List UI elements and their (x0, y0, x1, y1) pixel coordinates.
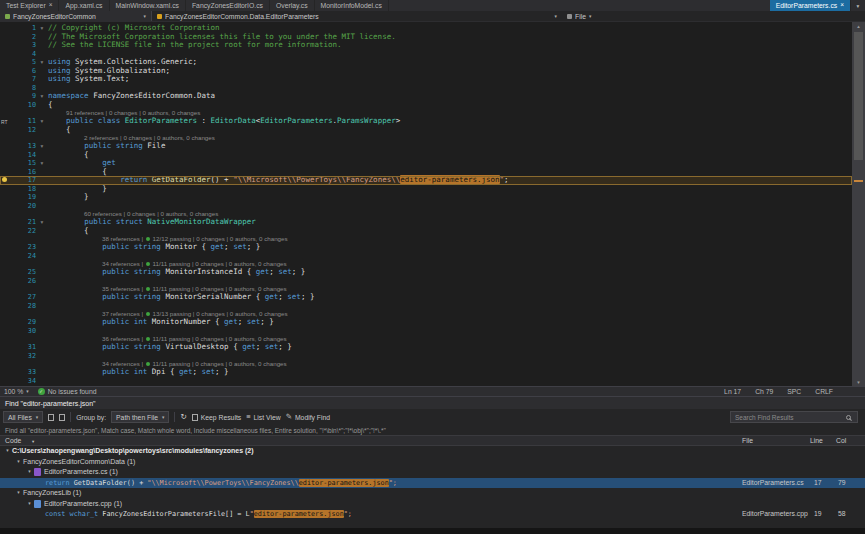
editor-tab[interactable]: MainWindow.xaml.cs (110, 0, 186, 11)
code-token: return (45, 479, 70, 487)
close-icon[interactable]: × (49, 2, 53, 9)
editor-margin (0, 109, 10, 117)
expand-arrow[interactable]: ▾ (25, 499, 34, 510)
code-line[interactable]: 27 public string MonitorSerialNumber { g… (0, 293, 852, 302)
expand-arrow[interactable]: ▾ (14, 488, 23, 499)
expand-arrow[interactable]: ▾ (25, 467, 34, 478)
caret-position-group: Ln 17 Ch 79 SPC CRLF (724, 388, 833, 395)
modify-find-button[interactable]: ✎ Modify Find (286, 413, 330, 421)
code-line[interactable]: 17 return GetDataFolder() + "\\Microsoft… (0, 176, 852, 185)
find-tree-row[interactable]: ▾EditorParameters.cpp (1) (0, 499, 865, 510)
documents-icon[interactable] (59, 414, 65, 421)
search-find-results-input[interactable]: Search Find Results (730, 411, 858, 423)
column-code[interactable]: Code (5, 437, 21, 444)
expand-arrow[interactable]: ▾ (14, 457, 23, 468)
code-line[interactable]: 30 (0, 327, 852, 336)
code-line[interactable]: 7using System.Text; (0, 75, 852, 84)
code-token: > (396, 116, 401, 125)
tab-label: MonitorInfoModel.cs (321, 2, 382, 9)
expand-arrow[interactable]: ▾ (3, 446, 12, 457)
code-line[interactable]: 25 public string MonitorInstanceId { get… (0, 268, 852, 277)
member-dropdown[interactable]: File ▾ (562, 11, 865, 21)
code-line[interactable]: 33 public int Dpi { get; set; } (0, 368, 852, 377)
column-file[interactable]: File (742, 437, 753, 444)
close-icon[interactable]: × (840, 2, 844, 9)
project-dropdown[interactable]: FancyZonesEditorCommon ▾ (0, 11, 152, 21)
fold-toggle[interactable]: ▾ (36, 58, 48, 67)
find-tree-row[interactable]: ▾FancyZonesEditorCommon\Data (1) (0, 457, 865, 468)
find-panel-title[interactable]: Find "editor-parameters.json" (0, 397, 865, 409)
type-dropdown[interactable]: FancyZonesEditorCommon.Data.EditorParame… (152, 11, 562, 21)
code-line[interactable]: 21▾ public struct NativeMonitorDataWrapp… (0, 218, 852, 227)
keep-results-label: Keep Results (201, 414, 241, 421)
issues-indicator[interactable]: ✓ No issues found (38, 388, 97, 395)
keep-results-button[interactable]: Keep Results (192, 414, 241, 421)
editor-scrollbar[interactable]: ▲ ▼ (852, 22, 865, 386)
code-line[interactable]: 14 { (0, 151, 852, 160)
editor-tab[interactable]: Overlay.cs (270, 0, 315, 11)
code-line[interactable]: 10{ (0, 101, 852, 110)
code-line[interactable]: 26 (0, 277, 852, 286)
code-line[interactable]: 3// See the LICENSE file in the project … (0, 41, 852, 50)
code-editor[interactable]: 1▾// Copyright (c) Microsoft Corporation… (0, 22, 852, 386)
lightbulb-icon[interactable] (2, 177, 7, 182)
fold-toggle (36, 377, 48, 386)
document-icon[interactable] (48, 414, 54, 421)
line-indicator[interactable]: Ln 17 (724, 388, 741, 395)
code-line[interactable]: 18 } (0, 185, 852, 194)
scroll-down-icon[interactable]: ▼ (852, 378, 865, 386)
code-line[interactable]: 22 { (0, 227, 852, 236)
fold-toggle[interactable]: ▾ (36, 142, 48, 151)
find-tree-row[interactable]: ▾C:\Users\zhaopengwang\Desktop\powertoys… (0, 446, 865, 457)
code-token: ; (269, 267, 278, 276)
tab-overflow-button[interactable]: ▾ (851, 0, 865, 11)
group-by-dropdown[interactable]: Path then File ▾ (111, 411, 169, 423)
code-line[interactable]: 32 (0, 352, 852, 361)
zoom-control[interactable]: 100 % ▾ (4, 388, 29, 395)
code-line[interactable]: 29 public int MonitorNumber { get; set; … (0, 318, 852, 327)
scroll-up-icon[interactable]: ▲ (852, 22, 865, 30)
code-token: ; (504, 175, 509, 184)
find-tree-row[interactable]: ▾FancyZonesLib (1) (0, 488, 865, 499)
fold-toggle[interactable]: ▾ (36, 218, 48, 227)
code-line[interactable]: 24 (0, 252, 852, 261)
line-ending-indicator[interactable]: CRLF (815, 388, 833, 395)
code-line[interactable]: 34 (0, 377, 852, 386)
code-line[interactable]: 9▾namespace FancyZonesEditorCommon.Data (0, 92, 852, 101)
editor-tab[interactable]: MonitorInfoModel.cs (315, 0, 389, 11)
refresh-icon[interactable]: ↻ (180, 413, 186, 421)
find-tree-row[interactable]: ▾EditorParameters.cs (1) (0, 467, 865, 478)
code-line[interactable]: RT11▾ public class EditorParameters : Ed… (0, 117, 852, 126)
code-token: get (265, 292, 279, 301)
code-line[interactable]: 23 public string Monitor { get; set; } (0, 243, 852, 252)
code-token (48, 367, 102, 376)
editor-tab[interactable]: FancyZonesEditorIO.cs (186, 0, 270, 11)
column-line[interactable]: Line (810, 437, 823, 444)
fold-toggle[interactable]: ▾ (36, 159, 48, 168)
line-number (10, 134, 36, 142)
spaces-indicator[interactable]: SPC (787, 388, 801, 395)
list-view-button[interactable]: ≡ List View (246, 413, 280, 421)
column-col[interactable]: Col (836, 437, 846, 444)
editor-tab[interactable]: App.xaml.cs (59, 0, 109, 11)
code-line[interactable]: 28 (0, 302, 852, 311)
code-line[interactable]: 31 public string VirtualDesktop { get; s… (0, 343, 852, 352)
editor-tab[interactable]: Test Explorer× (0, 0, 59, 11)
scrollbar-thumb[interactable] (854, 32, 863, 160)
chevron-down-icon[interactable]: ▾ (32, 439, 34, 444)
fold-toggle[interactable]: ▾ (36, 24, 48, 33)
fold-column (36, 210, 48, 218)
fold-toggle[interactable]: ▾ (36, 117, 48, 126)
code-line[interactable]: 12 { (0, 126, 852, 135)
fold-toggle[interactable]: ▾ (36, 92, 48, 101)
column-indicator[interactable]: Ch 79 (755, 388, 773, 395)
code-line[interactable]: 13▾ public string File (0, 142, 852, 151)
scope-dropdown[interactable]: All Files ▾ (3, 411, 43, 423)
find-result-row[interactable]: const wchar_t FancyZonesEditorParameters… (0, 509, 865, 520)
code-line[interactable]: 20 (0, 202, 852, 211)
code-line[interactable]: 19 } (0, 193, 852, 202)
find-results-panel: Find "editor-parameters.json" All Files … (0, 396, 865, 534)
find-result-row[interactable]: return GetDataFolder() + "\\Microsoft\\P… (0, 478, 865, 489)
code-line[interactable]: 15▾ get (0, 159, 852, 168)
tab-editorparameters-cs[interactable]: EditorParameters.cs × (770, 0, 851, 11)
